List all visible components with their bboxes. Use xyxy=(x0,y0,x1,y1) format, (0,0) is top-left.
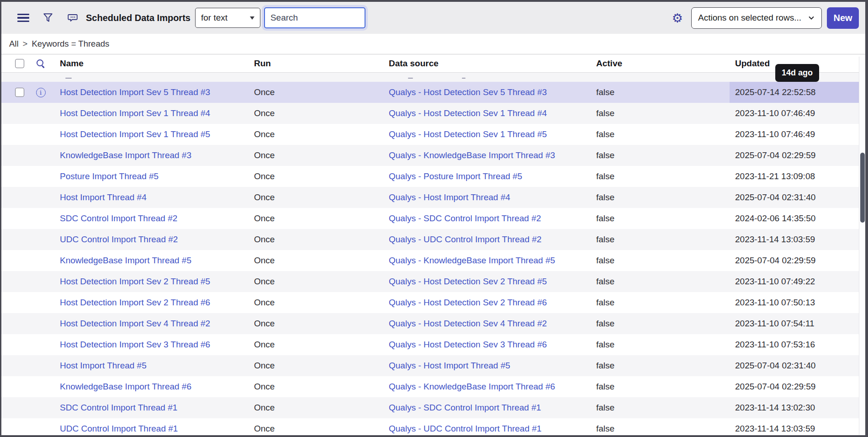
row-data-source-link[interactable]: Qualys - Host Detection Sev 2 Thread #6 xyxy=(389,298,547,307)
vertical-scrollbar[interactable] xyxy=(859,57,865,435)
table-row[interactable]: Host Import Thread #4OnceQualys - Host I… xyxy=(1,187,865,208)
row-data-source-link[interactable]: Qualys - SDC Control Import Thread #1 xyxy=(389,403,541,412)
row-updated-value: 2023-11-10 07:50:13 xyxy=(730,292,865,313)
gear-icon[interactable]: ⚙ xyxy=(672,12,683,24)
row-active-value: false xyxy=(591,340,730,350)
table-row[interactable]: Host Detection Import Sev 1 Thread #5Onc… xyxy=(1,124,865,145)
row-name-link[interactable]: Posture Import Thread #5 xyxy=(60,171,159,181)
row-updated-value: 2025-07-04 02:31:40 xyxy=(730,187,865,208)
search-scope-value: for text xyxy=(201,13,228,23)
column-header-active[interactable]: Active xyxy=(591,59,730,69)
row-name-link[interactable]: Host Detection Import Sev 1 Thread #5 xyxy=(60,129,210,139)
table-row[interactable]: KnowledgeBase Import Thread #5OnceQualys… xyxy=(1,250,865,271)
row-name-link[interactable]: Host Detection Import Sev 2 Thread #6 xyxy=(60,298,210,307)
row-run-value: Once xyxy=(249,424,383,434)
row-run-value: Once xyxy=(249,87,383,97)
row-name-link[interactable]: Host Import Thread #5 xyxy=(60,361,147,370)
row-active-value: false xyxy=(591,424,730,434)
row-run-value: Once xyxy=(249,256,383,266)
actions-dropdown[interactable]: Actions on selected rows... xyxy=(691,7,822,29)
row-active-value: false xyxy=(591,129,730,139)
row-data-source-link[interactable]: Qualys - Host Detection Sev 3 Thread #6 xyxy=(389,340,547,349)
row-active-value: false xyxy=(591,192,730,203)
row-data-source-link[interactable]: Qualys - Host Detection Sev 2 Thread #5 xyxy=(389,277,547,286)
row-run-value: Once xyxy=(249,234,383,245)
table-row[interactable]: Host Detection Import Sev 3 Thread #6Onc… xyxy=(1,334,865,355)
table-row[interactable]: Host Detection Import Sev 1 Thread #4Onc… xyxy=(1,103,865,124)
row-name-link[interactable]: Host Detection Import Sev 5 Thread #3 xyxy=(60,87,210,97)
table-row[interactable]: UDC Control Import Thread #1OnceQualys -… xyxy=(1,418,865,437)
row-active-value: false xyxy=(591,382,730,392)
row-updated-value: 2023-11-10 07:53:16 xyxy=(730,334,865,355)
row-name-link[interactable]: KnowledgeBase Import Thread #6 xyxy=(60,382,191,391)
row-name-link[interactable]: Host Detection Import Sev 2 Thread #5 xyxy=(60,277,210,286)
search-input[interactable] xyxy=(264,7,365,28)
table-row[interactable]: Posture Import Thread #5OnceQualys - Pos… xyxy=(1,166,865,187)
row-name-link[interactable]: KnowledgeBase Import Thread #5 xyxy=(60,256,191,265)
row-updated-value: 2023-11-10 07:46:49 xyxy=(730,103,865,124)
row-name-link[interactable]: Host Detection Import Sev 3 Thread #6 xyxy=(60,340,210,349)
table-row[interactable]: UDC Control Import Thread #2OnceQualys -… xyxy=(1,229,865,250)
row-data-source-link[interactable]: Qualys - UDC Control Import Thread #1 xyxy=(389,424,541,433)
row-updated-value: 2023-11-14 13:02:30 xyxy=(730,397,865,418)
row-data-source-link[interactable]: Qualys - KnowledgeBase Import Thread #6 xyxy=(389,382,555,391)
row-checkbox[interactable] xyxy=(15,88,24,97)
row-data-source-link[interactable]: Qualys - Host Detection Sev 4 Thread #2 xyxy=(389,319,547,328)
breadcrumb-all[interactable]: All xyxy=(9,39,19,49)
new-button[interactable]: New xyxy=(827,7,859,29)
row-updated-value: 2023-11-10 07:54:11 xyxy=(730,313,865,334)
row-data-source-link[interactable]: Qualys - Host Detection Sev 1 Thread #4 xyxy=(389,108,547,118)
row-data-source-link[interactable]: Qualys - Host Detection Sev 5 Thread #3 xyxy=(389,87,547,97)
row-updated-value: 2025-07-04 02:29:59 xyxy=(730,250,865,271)
table-row[interactable]: KnowledgeBase Import Thread #3OnceQualys… xyxy=(1,145,865,166)
row-run-value: Once xyxy=(249,277,383,287)
info-icon[interactable]: i xyxy=(36,88,46,97)
row-data-source-link[interactable]: Qualys - Posture Import Thread #5 xyxy=(389,171,522,181)
row-data-source-link[interactable]: Qualys - KnowledgeBase Import Thread #5 xyxy=(389,256,555,265)
row-run-value: Once xyxy=(249,361,383,371)
breadcrumb-filter[interactable]: Keywords = Threads xyxy=(32,39,109,49)
table-row[interactable]: SDC Control Import Thread #1OnceQualys -… xyxy=(1,397,865,418)
caret-down-icon xyxy=(250,16,254,20)
row-run-value: Once xyxy=(249,171,383,181)
breadcrumb: All > Keywords = Threads xyxy=(1,34,865,54)
row-run-value: Once xyxy=(249,319,383,329)
table-row[interactable]: Host Detection Import Sev 2 Thread #5Onc… xyxy=(1,271,865,292)
row-data-source-link[interactable]: Qualys - UDC Control Import Thread #2 xyxy=(389,234,541,244)
row-run-value: Once xyxy=(249,403,383,413)
table-row[interactable]: Host Detection Import Sev 4 Thread #2Onc… xyxy=(1,313,865,334)
row-name-link[interactable]: Host Detection Import Sev 1 Thread #4 xyxy=(60,108,210,118)
column-header-run[interactable]: Run xyxy=(249,59,383,69)
row-updated-value: 2023-11-10 07:49:22 xyxy=(730,271,865,292)
filter-funnel-icon[interactable] xyxy=(41,11,55,25)
row-name-link[interactable]: SDC Control Import Thread #2 xyxy=(60,213,177,223)
table-row[interactable]: SDC Control Import Thread #2OnceQualys -… xyxy=(1,208,865,229)
hamburger-menu-icon[interactable] xyxy=(16,11,30,25)
row-data-source-link[interactable]: Qualys - SDC Control Import Thread #2 xyxy=(389,213,541,223)
column-header-data-source[interactable]: Data source xyxy=(383,59,591,69)
row-run-value: Once xyxy=(249,192,383,203)
row-name-link[interactable]: Host Import Thread #4 xyxy=(60,192,147,202)
row-name-link[interactable]: UDC Control Import Thread #2 xyxy=(60,234,178,244)
row-data-source-link[interactable]: Qualys - Host Detection Sev 1 Thread #5 xyxy=(389,129,547,139)
search-scope-select[interactable]: for text xyxy=(195,8,260,28)
row-name-link[interactable]: KnowledgeBase Import Thread #3 xyxy=(60,150,191,160)
row-name-link[interactable]: Host Detection Import Sev 4 Thread #2 xyxy=(60,319,210,328)
table-row[interactable]: iHost Detection Import Sev 5 Thread #3On… xyxy=(1,82,865,103)
row-data-source-link[interactable]: Qualys - Host Import Thread #4 xyxy=(389,192,510,202)
row-data-source-link[interactable]: Qualys - KnowledgeBase Import Thread #3 xyxy=(389,150,555,160)
table-row[interactable]: KnowledgeBase Import Thread #6OnceQualys… xyxy=(1,376,865,397)
table-row[interactable]: Host Import Thread #5OnceQualys - Host I… xyxy=(1,355,865,376)
row-updated-value: 2023-11-14 13:03:59 xyxy=(730,418,865,437)
row-run-value: Once xyxy=(249,340,383,350)
column-header-name[interactable]: Name xyxy=(54,59,249,69)
table-row[interactable]: Host Detection Import Sev 2 Thread #6Onc… xyxy=(1,292,865,313)
scrollbar-thumb[interactable] xyxy=(860,153,865,223)
row-updated-value: 2024-02-06 14:35:50 xyxy=(730,208,865,229)
column-search-icon[interactable] xyxy=(36,59,46,69)
select-all-checkbox[interactable] xyxy=(15,59,24,68)
row-name-link[interactable]: UDC Control Import Thread #1 xyxy=(60,424,178,433)
row-data-source-link[interactable]: Qualys - Host Import Thread #5 xyxy=(389,361,510,370)
comments-chat-icon[interactable] xyxy=(66,11,79,25)
row-name-link[interactable]: SDC Control Import Thread #1 xyxy=(60,403,177,412)
